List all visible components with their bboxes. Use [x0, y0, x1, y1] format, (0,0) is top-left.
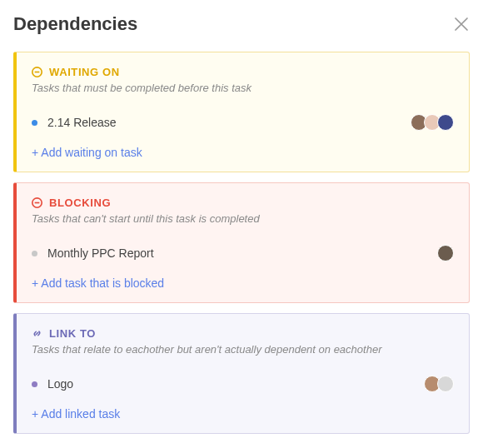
task-bullet — [32, 251, 37, 256]
task-avatars — [414, 114, 454, 131]
section-header: LINK TO — [32, 327, 454, 340]
avatar — [437, 245, 454, 261]
task-row[interactable]: Logo — [32, 369, 454, 399]
add-blocked-task-link[interactable]: + Add task that is blocked — [32, 276, 164, 290]
task-bullet — [32, 381, 37, 387]
section-label: BLOCKING — [49, 197, 111, 209]
task-bullet — [32, 120, 37, 126]
minus-circle-icon — [32, 197, 42, 208]
add-waiting-task-link[interactable]: + Add waiting on task — [32, 146, 142, 159]
add-linked-task-link[interactable]: + Add linked task — [32, 407, 120, 421]
task-left: Monthly PPC Report — [32, 246, 154, 260]
section-description: Tasks that relate to eachother but aren'… — [32, 343, 454, 356]
task-name: Logo — [47, 377, 73, 391]
dialog-title: Dependencies — [13, 13, 137, 35]
section-header: WAITING ON — [32, 66, 454, 78]
blocking-section: BLOCKING Tasks that can't start until th… — [13, 182, 470, 303]
task-row[interactable]: Monthly PPC Report — [32, 238, 454, 268]
task-row[interactable]: 2.14 Release — [32, 107, 454, 137]
link-icon — [32, 328, 42, 339]
dialog-header: Dependencies — [13, 13, 470, 35]
task-left: 2.14 Release — [32, 116, 117, 129]
section-header: BLOCKING — [32, 197, 454, 209]
section-description: Tasks that must be completed before this… — [32, 82, 454, 94]
minus-circle-icon — [32, 67, 42, 77]
avatar — [437, 376, 454, 392]
avatar — [437, 114, 454, 131]
task-avatars — [441, 245, 454, 261]
waiting-on-section: WAITING ON Tasks that must be completed … — [13, 52, 470, 172]
link-to-section: LINK TO Tasks that relate to eachother b… — [13, 313, 470, 434]
task-name: Monthly PPC Report — [47, 246, 154, 260]
section-label: LINK TO — [49, 327, 96, 340]
task-left: Logo — [32, 377, 73, 391]
task-name: 2.14 Release — [47, 116, 117, 129]
section-label: WAITING ON — [49, 66, 120, 78]
section-description: Tasks that can't start until this task i… — [32, 212, 454, 225]
task-avatars — [427, 376, 454, 392]
close-button[interactable] — [453, 16, 470, 32]
close-icon — [453, 16, 470, 32]
